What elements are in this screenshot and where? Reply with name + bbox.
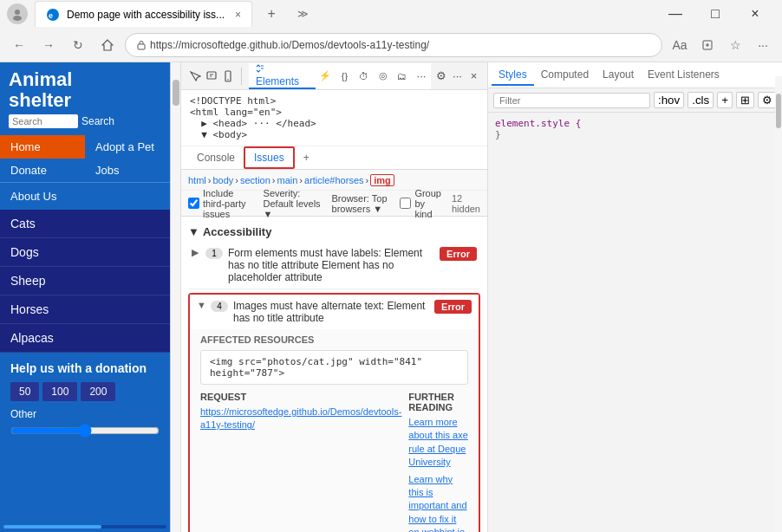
include-third-party-checkbox[interactable] bbox=[188, 198, 199, 209]
user-avatar bbox=[7, 3, 28, 24]
animal-dogs[interactable]: Dogs bbox=[0, 238, 170, 267]
bc-main[interactable]: main bbox=[277, 175, 298, 185]
bc-article[interactable]: article#horses bbox=[304, 175, 363, 185]
donation-slider[interactable] bbox=[10, 424, 160, 438]
svg-point-9 bbox=[227, 79, 229, 81]
issues-tab[interactable]: Issues bbox=[244, 146, 295, 169]
nav-adopt[interactable]: Adopt a Pet bbox=[85, 135, 170, 159]
add-tab[interactable]: + bbox=[295, 148, 318, 167]
layout-tab[interactable]: Layout bbox=[596, 65, 641, 86]
nav-donate[interactable]: Donate bbox=[0, 159, 85, 182]
back-button[interactable]: ← bbox=[7, 33, 31, 57]
right-scrollbar[interactable] bbox=[775, 76, 782, 532]
active-tab[interactable]: e Demo page with accessibility iss... × bbox=[35, 1, 252, 27]
html-line-3: ▶ <head> ··· </head> bbox=[190, 118, 479, 129]
request-url-link[interactable]: https://microsoftedge.github.io/Demos/de… bbox=[200, 405, 401, 432]
search-input[interactable] bbox=[9, 114, 78, 128]
more-tabs-button[interactable]: ≫ bbox=[290, 8, 316, 20]
close-button[interactable]: × bbox=[735, 0, 775, 28]
console-tab[interactable]: Console bbox=[188, 148, 244, 167]
tab-elements[interactable]: Elements bbox=[249, 63, 316, 89]
minimize-button[interactable]: — bbox=[655, 0, 695, 28]
request-col: REQUEST https://microsoftedge.github.io/… bbox=[200, 392, 401, 532]
bc-section[interactable]: section bbox=[240, 175, 270, 185]
animal-cats[interactable]: Cats bbox=[0, 210, 170, 238]
event-listeners-tab[interactable]: Event Listeners bbox=[641, 65, 727, 86]
forward-button[interactable]: → bbox=[36, 33, 61, 57]
refresh-button[interactable]: ↻ bbox=[66, 33, 90, 57]
nav-jobs[interactable]: Jobs bbox=[85, 159, 170, 182]
collections-icon[interactable] bbox=[695, 33, 720, 57]
animal-horses[interactable]: Horses bbox=[0, 295, 170, 324]
bc-html[interactable]: html bbox=[188, 175, 206, 185]
computed-tab[interactable]: Computed bbox=[534, 65, 596, 86]
devtools-ellipsis[interactable]: ··· bbox=[451, 66, 464, 87]
bc-img[interactable]: img bbox=[370, 174, 394, 186]
cursor-tool[interactable] bbox=[188, 66, 201, 87]
html-line-4: ▼ <body> bbox=[190, 129, 479, 140]
nav-row-1: Home Adopt a Pet bbox=[0, 135, 170, 159]
svg-point-0 bbox=[15, 10, 20, 15]
add-style-button[interactable]: + bbox=[717, 92, 733, 108]
perf-tool[interactable]: ⏱ bbox=[354, 66, 373, 87]
maximize-button[interactable]: □ bbox=[695, 0, 735, 28]
devtools-close[interactable]: × bbox=[467, 66, 480, 87]
styles-filter-input[interactable] bbox=[493, 93, 650, 108]
title-bar: e Demo page with accessibility iss... × … bbox=[0, 0, 782, 28]
severity-filter[interactable]: Severity: Default levels ▼ bbox=[264, 188, 325, 219]
donate-100[interactable]: 100 bbox=[42, 382, 77, 401]
svg-rect-7 bbox=[207, 72, 216, 79]
left-scrollbar[interactable] bbox=[171, 62, 181, 532]
cls-button[interactable]: .cls bbox=[688, 92, 714, 108]
animal-alpacas[interactable]: Alpacas bbox=[0, 324, 170, 353]
issue-2-container: ▼ 4 Images must have alternate text: Ele… bbox=[188, 293, 480, 532]
network-tool[interactable]: ⚡ bbox=[316, 66, 335, 87]
memory-tool[interactable]: ◎ bbox=[374, 66, 393, 87]
html-view: <!DOCTYPE html> <html lang="en"> ▶ <head… bbox=[181, 90, 487, 146]
styles-tab[interactable]: Styles bbox=[492, 65, 534, 86]
more-styles-button[interactable]: ⊞ bbox=[736, 92, 754, 108]
browser-filter[interactable]: Browser: Top browsers ▼ bbox=[332, 193, 394, 214]
browser-menu[interactable]: ··· bbox=[751, 33, 775, 57]
favorites-icon[interactable]: ☆ bbox=[723, 33, 747, 57]
animal-sheep[interactable]: Sheep bbox=[0, 267, 170, 295]
affected-label: AFFECTED RESOURCES bbox=[200, 334, 468, 345]
webhint-link[interactable]: Learn why this is important and how to f… bbox=[408, 473, 468, 532]
settings-tool[interactable]: ⚙ bbox=[434, 66, 447, 87]
sources-tool[interactable]: {} bbox=[335, 66, 354, 87]
app-tool[interactable]: 🗂 bbox=[393, 66, 412, 87]
issues-toolbar: Include third-party issues Severity: Def… bbox=[181, 191, 487, 217]
tab-close-btn[interactable]: × bbox=[235, 9, 241, 21]
new-tab-button[interactable]: + bbox=[259, 2, 283, 26]
issue-2-expand[interactable]: ▼ bbox=[197, 300, 211, 310]
devtools-tabs-inline: Elements ⚡ {} ⏱ ◎ 🗂 ··· bbox=[249, 63, 431, 89]
mobile-tool[interactable] bbox=[221, 66, 234, 87]
home-button[interactable] bbox=[95, 33, 120, 57]
read-aloud-icon[interactable]: Aa bbox=[668, 33, 692, 57]
donate-200[interactable]: 200 bbox=[81, 382, 115, 401]
donate-50[interactable]: 50 bbox=[10, 382, 39, 401]
settings-styles-button[interactable]: ⚙ bbox=[758, 92, 777, 108]
site-title: Animalshelter bbox=[9, 69, 161, 111]
more-tools[interactable]: ··· bbox=[412, 66, 431, 87]
include-third-party-text: Include third-party issues bbox=[203, 188, 257, 219]
issue-2-badge: Error bbox=[434, 300, 472, 314]
bc-body[interactable]: body bbox=[212, 175, 233, 185]
address-bar[interactable]: https://microsoftedge.github.io/Demos/de… bbox=[125, 33, 662, 57]
tab-title: Demo page with accessibility iss... bbox=[67, 9, 225, 21]
group-by-checkbox[interactable] bbox=[400, 198, 411, 209]
url-text: https://microsoftedge.github.io/Demos/de… bbox=[150, 39, 429, 51]
inspect-tool[interactable] bbox=[205, 66, 218, 87]
deque-link[interactable]: Learn more about this axe rule at Deque … bbox=[408, 416, 468, 470]
html-line-1: <!DOCTYPE html> bbox=[190, 95, 479, 107]
hov-button[interactable]: :hov bbox=[654, 92, 684, 108]
issue-1-expand[interactable]: ▶ bbox=[192, 247, 205, 258]
nav-about[interactable]: About Us bbox=[0, 182, 170, 210]
issue-1-row[interactable]: ▶ 1 Form elements must have labels: Elem… bbox=[188, 242, 480, 289]
include-third-party-label[interactable]: Include third-party issues bbox=[188, 188, 257, 219]
nav-home[interactable]: Home bbox=[0, 135, 85, 159]
issue-2-num: 4 bbox=[211, 301, 228, 312]
nav-row-2: Donate Jobs bbox=[0, 159, 170, 182]
issue-2-header[interactable]: ▼ 4 Images must have alternate text: Ele… bbox=[190, 295, 479, 329]
site-header: Animalshelter Search bbox=[0, 62, 170, 135]
